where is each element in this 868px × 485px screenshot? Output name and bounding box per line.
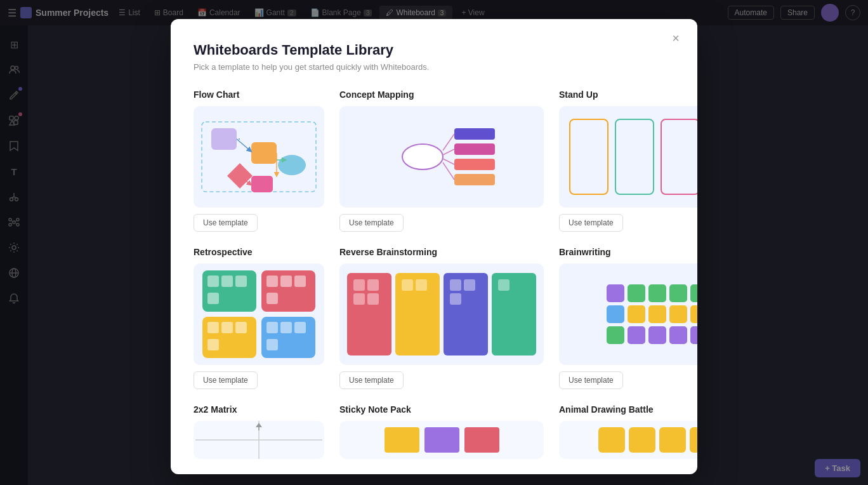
use-template-flowchart-btn[interactable]: Use template bbox=[194, 214, 258, 232]
template-retro-name: Retrospective bbox=[194, 247, 324, 257]
rb-col-2 bbox=[395, 273, 440, 355]
svg-line-39 bbox=[443, 163, 454, 180]
template-flowchart: Flow Chart bbox=[194, 90, 324, 232]
svg-rect-35 bbox=[454, 174, 495, 185]
svg-line-36 bbox=[443, 134, 454, 150]
template-concept-preview bbox=[339, 106, 544, 208]
modal-subtitle: Pick a template to help you get started … bbox=[194, 62, 674, 72]
rb-col-1 bbox=[347, 273, 391, 355]
use-template-reverse-btn[interactable]: Use template bbox=[339, 371, 404, 389]
template-matrix-name: 2x2 Matrix bbox=[194, 404, 324, 415]
template-retro-preview bbox=[194, 263, 324, 365]
standup-col-1 bbox=[569, 119, 608, 195]
template-retro: Retrospective bbox=[194, 247, 324, 389]
template-grid: Flow Chart bbox=[194, 90, 674, 459]
reverse-bars bbox=[339, 265, 544, 363]
template-concept: Concept Mapping bbox=[339, 90, 544, 232]
svg-line-37 bbox=[443, 149, 454, 155]
use-template-brainwriting-btn[interactable]: Use template bbox=[559, 371, 623, 389]
template-concept-name: Concept Mapping bbox=[339, 90, 544, 100]
modal-overlay[interactable]: × Whiteboards Template Library Pick a te… bbox=[0, 0, 868, 485]
modal-title: Whiteboards Template Library bbox=[194, 42, 674, 58]
svg-marker-43 bbox=[256, 423, 262, 427]
template-drawing-name: Animal Drawing Battle bbox=[559, 404, 697, 415]
retro-cell-2 bbox=[261, 270, 315, 312]
brainwriting-grid bbox=[595, 273, 697, 355]
template-standup-name: Stand Up bbox=[559, 90, 697, 100]
template-reverse-preview bbox=[339, 263, 544, 365]
template-matrix: 2x2 Matrix bbox=[194, 404, 324, 459]
close-button[interactable]: × bbox=[667, 29, 685, 47]
svg-point-23 bbox=[278, 155, 306, 175]
template-standup: Stand Up Use template bbox=[559, 90, 697, 232]
svg-line-38 bbox=[443, 159, 454, 164]
template-drawing: Animal Drawing Battle bbox=[559, 404, 697, 459]
retro-cell-3 bbox=[202, 317, 256, 358]
use-template-concept-btn[interactable]: Use template bbox=[339, 214, 404, 232]
standup-col-2 bbox=[615, 119, 654, 195]
template-drawing-preview bbox=[559, 421, 697, 459]
retro-grid bbox=[194, 263, 324, 365]
template-matrix-preview bbox=[194, 421, 324, 459]
svg-point-31 bbox=[402, 144, 443, 169]
rb-col-4 bbox=[492, 273, 536, 355]
template-standup-preview bbox=[559, 106, 697, 208]
template-sticky: Sticky Note Pack bbox=[339, 404, 544, 459]
standup-columns bbox=[559, 109, 697, 205]
template-flowchart-name: Flow Chart bbox=[194, 90, 324, 100]
template-library-modal: × Whiteboards Template Library Pick a te… bbox=[171, 19, 697, 474]
standup-col-3 bbox=[661, 119, 697, 195]
use-template-standup-btn[interactable]: Use template bbox=[559, 214, 623, 232]
svg-line-26 bbox=[237, 139, 250, 150]
template-reverse: Reverse Brainstorming bbox=[339, 247, 544, 389]
template-brainwriting: Brainwriting bbox=[559, 247, 697, 389]
rb-col-3 bbox=[444, 273, 488, 355]
template-reverse-name: Reverse Brainstorming bbox=[339, 247, 544, 257]
use-template-retro-btn[interactable]: Use template bbox=[194, 371, 258, 389]
svg-rect-34 bbox=[454, 159, 495, 170]
svg-rect-22 bbox=[251, 142, 277, 164]
template-brainwriting-name: Brainwriting bbox=[559, 247, 697, 257]
retro-cell-4 bbox=[261, 317, 315, 358]
template-sticky-preview bbox=[339, 421, 544, 459]
svg-rect-32 bbox=[454, 128, 495, 140]
template-brainwriting-preview bbox=[559, 263, 697, 365]
template-flowchart-preview bbox=[194, 106, 324, 208]
svg-rect-21 bbox=[211, 128, 237, 150]
retro-cell-1 bbox=[202, 270, 256, 312]
template-sticky-name: Sticky Note Pack bbox=[339, 404, 544, 415]
svg-rect-33 bbox=[454, 143, 495, 155]
svg-rect-25 bbox=[251, 176, 273, 192]
